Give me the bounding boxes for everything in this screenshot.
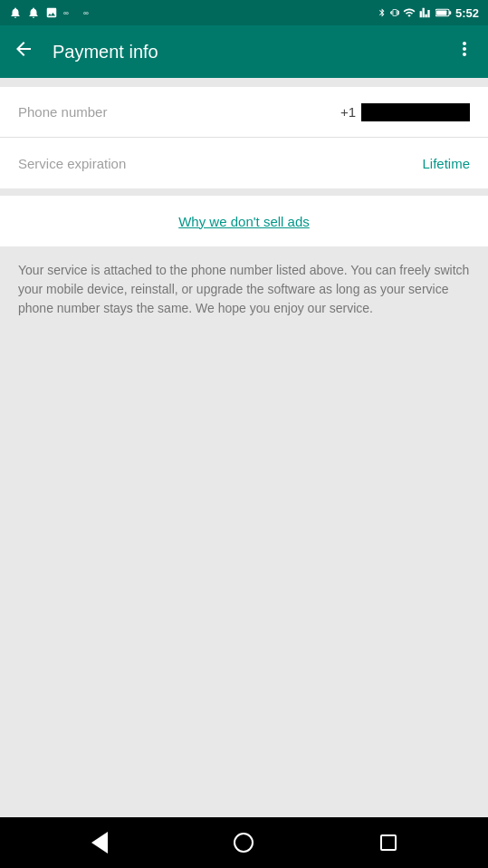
signal-icon xyxy=(419,6,432,19)
phone-number-label: Phone number xyxy=(18,104,340,120)
nav-back-button[interactable] xyxy=(78,821,121,864)
nav-home-button[interactable] xyxy=(222,821,265,864)
more-icon xyxy=(454,38,475,60)
back-button[interactable] xyxy=(9,34,38,69)
wifi-icon xyxy=(403,6,416,19)
status-bar: ∞ ∞ 5:52 xyxy=(0,0,488,25)
vibrate-icon xyxy=(390,6,399,19)
bottom-nav xyxy=(0,817,488,868)
more-options-button[interactable] xyxy=(450,34,479,69)
nav-recents-icon xyxy=(380,834,397,851)
svg-rect-4 xyxy=(436,10,446,14)
nav-back-icon xyxy=(91,832,108,854)
phone-number-row: Phone number +1 xyxy=(0,87,488,138)
status-time: 5:52 xyxy=(455,6,479,20)
bluetooth-icon xyxy=(378,6,387,19)
image-icon xyxy=(45,6,58,19)
main-content: Phone number +1 Service expiration Lifet… xyxy=(0,78,488,817)
svg-text:∞: ∞ xyxy=(63,9,69,17)
why-no-ads-link[interactable]: Why we don't sell ads xyxy=(178,214,310,229)
status-bar-system: 5:52 xyxy=(378,6,479,20)
phone-number-value xyxy=(361,103,470,121)
notification-icon-2 xyxy=(27,6,40,19)
payment-info-card: Phone number +1 Service expiration Lifet… xyxy=(0,87,488,188)
infinity-icon-2: ∞ xyxy=(83,6,98,19)
notification-icon-1 xyxy=(9,6,22,19)
whatsapp-icon: ∞ xyxy=(63,6,78,19)
header: Payment info xyxy=(0,25,488,78)
svg-rect-3 xyxy=(449,11,451,14)
phone-prefix: +1 xyxy=(340,104,356,120)
service-expiration-value: Lifetime xyxy=(422,156,470,171)
svg-text:∞: ∞ xyxy=(83,9,89,17)
nav-home-icon xyxy=(234,833,254,853)
back-icon xyxy=(13,38,34,60)
nav-recents-button[interactable] xyxy=(367,821,410,864)
description-text: Your service is attached to the phone nu… xyxy=(0,246,488,333)
page-title: Payment info xyxy=(53,42,435,63)
service-expiration-label: Service expiration xyxy=(18,156,422,171)
status-bar-notifications: ∞ ∞ xyxy=(9,6,98,19)
service-expiration-row: Service expiration Lifetime xyxy=(0,138,488,188)
why-no-ads-card[interactable]: Why we don't sell ads xyxy=(0,196,488,246)
battery-icon xyxy=(435,7,452,18)
